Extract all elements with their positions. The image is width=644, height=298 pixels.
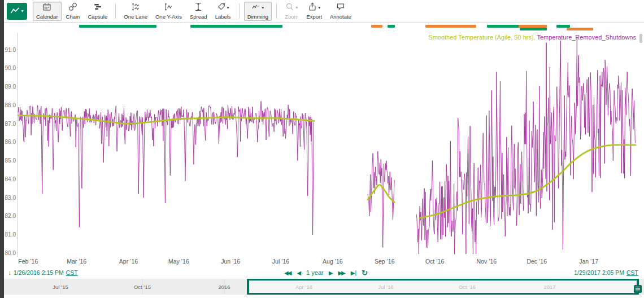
- chain-icon: [68, 2, 77, 14]
- toolbar-button-one-y-axis[interactable]: One Y-Axis: [152, 2, 185, 21]
- toolbar-button-zoom: ▾ Zoom: [281, 2, 302, 21]
- capsule-bar-green: [388, 25, 395, 28]
- duration-select[interactable]: 1 year: [306, 269, 324, 276]
- toolbar-label: Chain: [66, 14, 80, 20]
- export-icon: [308, 2, 317, 14]
- fast-backward-button[interactable]: ◀◀: [284, 270, 291, 276]
- magnifier-icon: [285, 2, 294, 14]
- toolbar-button-labels[interactable]: ▾ Labels: [212, 2, 234, 21]
- capsule-bar-orange: [519, 25, 547, 28]
- toolbar-button-one-lane[interactable]: One Lane: [120, 2, 151, 21]
- timeline-resize-grip[interactable]: [634, 285, 642, 293]
- display-range-start[interactable]: ↓ 1/26/2016 2:15 PM CST: [8, 269, 78, 277]
- x-axis-label[interactable]: Oct ’16: [425, 258, 444, 265]
- y-axis-label[interactable]: 83.0: [5, 195, 16, 201]
- toolbar-label: Spread: [190, 14, 207, 20]
- toolbar: ▾ Calendar Chain Capsule One Lane One Y-…: [4, 0, 644, 23]
- toolbar-separator: [276, 3, 277, 19]
- investigate-range-icon[interactable]: ↓: [8, 269, 11, 277]
- toolbar-button-spread[interactable]: Spread: [186, 2, 211, 21]
- tag-icon: [217, 2, 226, 14]
- timeline-left-handle[interactable]: [247, 279, 249, 295]
- series-smoothed-temperature[interactable]: [420, 145, 636, 218]
- chevron-down-icon: ▾: [227, 5, 229, 10]
- y-axis-label[interactable]: 86.0: [5, 139, 16, 145]
- range-start-timezone[interactable]: CST: [66, 269, 78, 276]
- legend-temperature-removed-shutdowns[interactable]: Temperature_Removed_Shutdowns: [537, 34, 637, 41]
- skip-to-now-button[interactable]: ▶|: [351, 270, 356, 276]
- chart-scrollbar[interactable]: [639, 34, 642, 43]
- x-axis-label[interactable]: Apr ’16: [119, 258, 138, 265]
- trend-chart-icon: [10, 6, 20, 16]
- x-axis-label[interactable]: Aug ’16: [323, 258, 343, 265]
- chevron-down-icon: ▾: [318, 5, 320, 10]
- toolbar-label: Dimming: [247, 14, 268, 20]
- toolbar-label: Labels: [215, 14, 231, 20]
- trend-chart[interactable]: 80.081.082.083.084.085.086.087.088.089.0…: [0, 30, 644, 268]
- capsule-bar-orange: [425, 25, 476, 28]
- toolbar-button-dimming[interactable]: ▾ Dimming: [244, 2, 272, 21]
- y-axis-label[interactable]: 87.0: [5, 121, 16, 127]
- toolbar-label: Annotate: [330, 14, 351, 20]
- y-axis-label[interactable]: 84.0: [5, 176, 16, 182]
- timeline-label: Oct ’15: [134, 284, 151, 290]
- refresh-icon[interactable]: ↻: [362, 269, 368, 277]
- capsule-bar-green: [520, 28, 547, 30]
- x-axis-label[interactable]: Jan ’17: [579, 258, 598, 265]
- capsule-bar-green: [487, 25, 521, 28]
- y-axis-label[interactable]: 89.0: [5, 84, 16, 90]
- fast-forward-button[interactable]: ▶▶: [338, 270, 345, 276]
- series-temperature-removed-shutdowns[interactable]: [18, 101, 314, 234]
- one-lane-icon: [131, 2, 140, 14]
- x-axis-label[interactable]: Jun ’16: [221, 258, 240, 265]
- capsule-bar-green: [556, 25, 570, 28]
- legend-smoothed-temperature[interactable]: Smoothed Temperature (Agile, 50 hrs),: [428, 34, 535, 41]
- timeline-label: Jul ’15: [53, 284, 68, 290]
- capsule-bar-orange: [371, 25, 382, 28]
- toolbar-button-export[interactable]: ▾ Export: [303, 2, 325, 21]
- y-axis-label[interactable]: 85.0: [5, 157, 16, 164]
- toolbar-label: Capsule: [88, 14, 107, 20]
- trend-view-button[interactable]: ▾: [7, 3, 27, 20]
- timeline-label: 2016: [218, 284, 230, 290]
- one-y-axis-icon: [164, 2, 173, 14]
- x-axis-label[interactable]: Jul ’16: [272, 258, 290, 265]
- timeline-selection-window[interactable]: [247, 279, 639, 295]
- y-axis-label[interactable]: 90.0: [5, 65, 16, 71]
- x-axis-label[interactable]: Nov ’16: [477, 258, 497, 265]
- toolbar-button-annotate[interactable]: Annotate: [327, 2, 355, 21]
- step-forward-button[interactable]: ▶: [329, 270, 333, 276]
- y-axis-label[interactable]: 91.0: [5, 47, 16, 53]
- range-end-timezone[interactable]: CST: [626, 269, 638, 276]
- range-navigation: ◀◀ ◀ 1 year ▶ ▶▶ ▶| ↻: [284, 269, 368, 277]
- chevron-down-icon: ▾: [262, 5, 264, 10]
- timeline-scrollbar[interactable]: Jul ’15Oct ’152016Apr ’16Jul ’16Oct ’162…: [0, 279, 644, 295]
- chart-legend: Smoothed Temperature (Agile, 50 hrs), Te…: [428, 34, 636, 41]
- y-axis-label[interactable]: 82.0: [5, 213, 16, 219]
- left-panel-edge: [0, 0, 4, 298]
- speech-bubble-icon: [336, 2, 345, 14]
- toolbar-button-chain[interactable]: Chain: [63, 2, 84, 21]
- capsule-bar-green: [190, 25, 282, 28]
- toolbar-label: Calendar: [36, 14, 58, 20]
- toolbar-label: Zoom: [285, 14, 298, 20]
- x-axis-label[interactable]: Mar ’16: [67, 258, 86, 265]
- x-axis-label[interactable]: May ’16: [168, 258, 189, 265]
- toolbar-button-calendar[interactable]: Calendar: [33, 2, 62, 21]
- range-start-text[interactable]: 1/26/2016 2:15 PM: [14, 269, 64, 276]
- y-axis-label[interactable]: 80.0: [5, 250, 16, 256]
- y-axis-label[interactable]: 81.0: [5, 231, 16, 238]
- capsule-lanes: [0, 25, 644, 32]
- x-axis-label[interactable]: Sep ’16: [375, 258, 395, 265]
- x-axis-label[interactable]: Feb ’16: [18, 258, 38, 265]
- chevron-down-icon: ▾: [295, 5, 298, 10]
- capsule-bar-orange: [567, 28, 593, 30]
- series-temperature-removed-shutdowns[interactable]: [416, 37, 635, 254]
- x-axis-label[interactable]: Dec ’16: [526, 258, 547, 265]
- toolbar-button-capsule[interactable]: Capsule: [84, 2, 111, 21]
- y-axis-label[interactable]: 88.0: [5, 102, 16, 108]
- display-range-bar: ↓ 1/26/2016 2:15 PM CST ◀◀ ◀ 1 year ▶ ▶▶…: [0, 267, 644, 278]
- step-backward-button[interactable]: ◀: [297, 270, 301, 276]
- range-end-text[interactable]: 1/29/2017 2:05 PM: [574, 269, 624, 276]
- display-range-end[interactable]: 1/29/2017 2:05 PM CST: [574, 269, 638, 276]
